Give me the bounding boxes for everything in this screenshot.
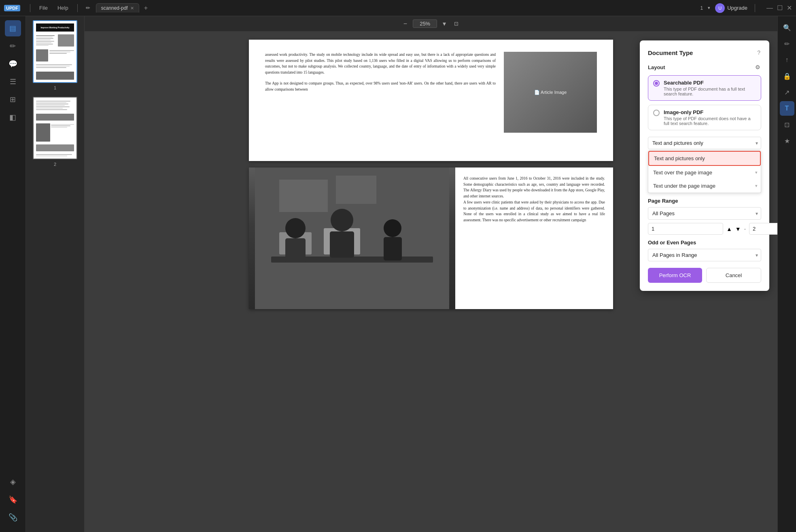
page-range-arrow-down: ▼: [735, 226, 741, 232]
thumb-img-2: [33, 97, 77, 159]
sidebar-item-protect[interactable]: ⊞: [5, 91, 21, 108]
text-under-arrow: ▾: [755, 183, 761, 189]
edit-tab-icon: ✏: [83, 4, 93, 12]
layout-dropdown[interactable]: Text and pictures only Text over the pag…: [648, 137, 761, 149]
option-desc-searchable: This type of PDF document has a full tex…: [664, 87, 756, 96]
thumbnail-page-1[interactable]: Improve Working Productivity: [33, 20, 77, 90]
sidebar-item-redact[interactable]: ◧: [5, 109, 21, 125]
option-text-image-only: Image-only PDF This type of PDF document…: [664, 109, 756, 126]
svg-rect-1: [279, 180, 328, 212]
titlebar: UPDF File Help ✏ scanned-pdf ✕ + 1 ▾ U U…: [0, 0, 796, 16]
svg-rect-11: [384, 237, 402, 261]
dropdown-item-text-over[interactable]: Text over the page image: [648, 166, 755, 179]
pdf-para2: The App is not designed to compare group…: [265, 81, 496, 92]
content-area: − 25% ▾ ⊡ assessed work productivity. Th…: [85, 16, 777, 532]
right-export-icon[interactable]: ↑: [780, 53, 794, 67]
svg-point-6: [285, 218, 306, 238]
left-sidebar: ▤ ✏ 💬 ☰ ⊞ ◧ ◈ 🔖 📎: [0, 16, 26, 532]
right-share-icon[interactable]: ↗: [780, 85, 794, 100]
titlebar-right: 1 ▾ U Upgrade — ☐ ✕: [700, 3, 792, 13]
cancel-button[interactable]: Cancel: [706, 268, 761, 283]
sidebar-item-page-view[interactable]: ▤: [5, 20, 21, 36]
odd-even-title: Odd or Even Pages: [648, 240, 761, 246]
layout-header-row: Layout ⚙: [648, 63, 761, 71]
page-indicator-arrow: ▾: [708, 5, 710, 11]
app-logo: UPDF: [4, 5, 20, 11]
pdf-bottom-image: [249, 167, 455, 309]
help-icon[interactable]: ?: [756, 49, 761, 57]
file-menu[interactable]: File: [36, 4, 51, 12]
zoom-level-display: 25%: [413, 19, 437, 28]
tab-name: scanned-pdf: [101, 5, 128, 11]
close-button[interactable]: ✕: [787, 4, 792, 12]
doc-type-image-only-pdf[interactable]: Image-only PDF This type of PDF document…: [648, 105, 761, 130]
document-type-options: Searchable PDF This type of PDF document…: [648, 75, 761, 130]
user-avatar: U: [715, 3, 725, 13]
right-protect-icon[interactable]: 🔒: [780, 69, 794, 83]
sidebar-item-form[interactable]: ☰: [5, 74, 21, 90]
right-star-icon[interactable]: ★: [780, 134, 794, 148]
odd-even-dropdown[interactable]: All Pages in Range Odd Pages Even Pages: [648, 249, 761, 261]
page-to-input[interactable]: [749, 223, 777, 235]
thumbnail-page-2[interactable]: 2: [33, 97, 77, 167]
right-search-icon[interactable]: 🔍: [780, 20, 794, 35]
page-range-dropdown-wrapper: All Pages Custom ▾: [648, 207, 761, 220]
zoom-mode-button[interactable]: ⊡: [452, 20, 461, 28]
radio-searchable-pdf: [653, 80, 660, 87]
svg-point-8: [331, 209, 353, 231]
option-title-image-only: Image-only PDF: [664, 109, 756, 115]
perform-ocr-button[interactable]: Perform OCR: [648, 268, 702, 283]
ocr-panel-title: Document Type: [648, 49, 693, 56]
page-indicator: 1: [700, 5, 703, 11]
maximize-button[interactable]: ☐: [777, 4, 783, 12]
option-desc-image-only: This type of PDF document does not have …: [664, 116, 756, 126]
page-range-dropdown[interactable]: All Pages Custom: [648, 207, 761, 220]
svg-point-10: [384, 219, 401, 237]
doc-type-searchable-pdf[interactable]: Searchable PDF This type of PDF document…: [648, 75, 761, 101]
layout-section: Text and pictures only Text over the pag…: [648, 137, 761, 149]
dropdown-item-text-over-row: Text over the page image ▾: [648, 166, 761, 179]
sep-2: [77, 4, 78, 12]
layout-label: Layout: [648, 64, 665, 70]
svg-rect-9: [330, 231, 354, 258]
upgrade-button[interactable]: U Upgrade: [715, 3, 747, 13]
thumbnail-panel: Improve Working Productivity: [26, 16, 85, 532]
help-menu[interactable]: Help: [54, 4, 72, 12]
zoom-dropdown-button[interactable]: ▾: [440, 19, 448, 28]
option-title-searchable: Searchable PDF: [664, 80, 756, 86]
right-compress-icon[interactable]: ⊡: [780, 117, 794, 132]
dropdown-item-text-pictures[interactable]: Text and pictures only: [648, 151, 761, 166]
ocr-panel: Document Type ? Layout ⚙ Searchable PDF …: [640, 40, 769, 291]
tab-close-icon[interactable]: ✕: [130, 6, 134, 11]
right-annotate-icon[interactable]: ✏: [780, 36, 794, 51]
thumb-img-1: Improve Working Productivity: [33, 20, 77, 83]
option-text-searchable: Searchable PDF This type of PDF document…: [664, 80, 756, 96]
layout-dropdown-list: Text and pictures only Text over the pag…: [648, 150, 761, 193]
text-over-arrow: ▾: [755, 170, 761, 175]
document-tab[interactable]: scanned-pdf ✕: [96, 3, 139, 13]
sidebar-item-comment[interactable]: 💬: [5, 56, 21, 72]
sep-1: [30, 4, 30, 12]
svg-rect-2: [336, 176, 376, 204]
logo-text: UPDF: [4, 5, 20, 11]
dropdown-item-text-under[interactable]: Text under the page image: [648, 179, 755, 193]
layers-icon[interactable]: ◈: [5, 474, 21, 490]
right-ocr-icon[interactable]: T: [780, 101, 794, 116]
minimize-button[interactable]: —: [766, 4, 773, 12]
gear-icon[interactable]: ⚙: [754, 63, 761, 71]
bookmark-icon[interactable]: 🔖: [5, 492, 21, 508]
attachment-icon[interactable]: 📎: [5, 509, 21, 526]
pdf-para1: assessed work productivity. The study on…: [265, 52, 496, 76]
page-sep: -: [744, 226, 746, 232]
pdf-page-top: assessed work productivity. The study on…: [249, 40, 613, 161]
layout-dropdown-wrapper: Text and pictures only Text over the pag…: [648, 137, 761, 149]
upgrade-label: Upgrade: [727, 5, 747, 11]
sidebar-item-edit[interactable]: ✏: [5, 38, 21, 54]
pdf-text-column: assessed work productivity. The study on…: [265, 52, 496, 149]
add-tab-button[interactable]: +: [144, 4, 148, 12]
zoom-out-button[interactable]: −: [401, 19, 410, 28]
thumb-label-2: 2: [54, 162, 56, 167]
page-from-input[interactable]: [648, 223, 723, 235]
svg-rect-7: [285, 238, 306, 263]
right-sidebar: 🔍 ✏ ↑ 🔒 ↗ T ⊡ ★: [777, 16, 796, 532]
